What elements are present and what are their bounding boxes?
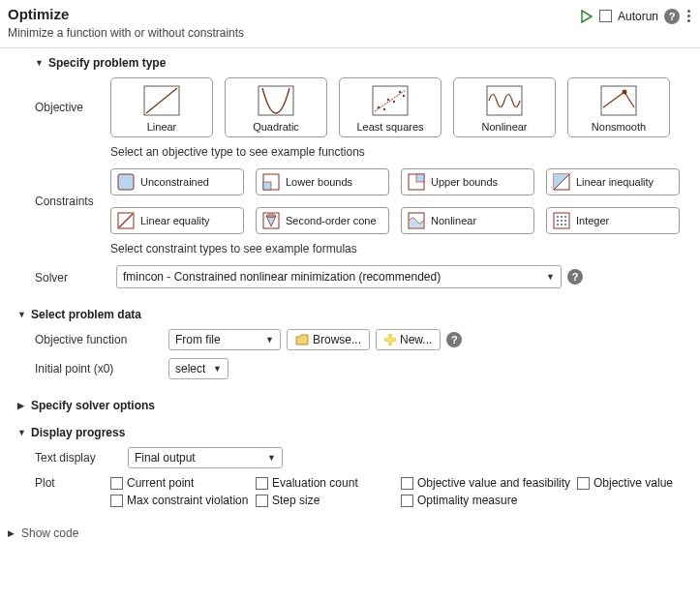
autorun-checkbox[interactable] bbox=[599, 10, 612, 22]
svg-line-14 bbox=[603, 92, 624, 107]
objective-label: Objective bbox=[35, 77, 110, 137]
plot-objective-value-checkbox[interactable] bbox=[577, 477, 590, 490]
svg-point-6 bbox=[383, 108, 385, 110]
plot-evaluation-count-checkbox[interactable] bbox=[256, 477, 268, 490]
section-problem-data[interactable]: ▼ Select problem data bbox=[17, 308, 692, 321]
solver-select[interactable]: fmincon - Constrained nonlinear minimiza… bbox=[116, 265, 562, 288]
constraint-lower-bounds[interactable]: Lower bounds bbox=[256, 168, 389, 195]
constraints-label: Constraints bbox=[35, 168, 110, 234]
svg-rect-12 bbox=[601, 86, 636, 115]
svg-point-8 bbox=[393, 101, 395, 103]
chevron-down-icon: ▼ bbox=[265, 335, 274, 345]
svg-point-38 bbox=[561, 224, 563, 225]
objective-card-least-squares[interactable]: Least squares bbox=[339, 77, 441, 137]
plot-current-point-checkbox[interactable] bbox=[110, 477, 123, 490]
svg-point-10 bbox=[403, 95, 405, 97]
plot-obj-feasibility-checkbox[interactable] bbox=[401, 477, 413, 490]
chevron-down-icon: ▼ bbox=[35, 58, 45, 68]
svg-point-7 bbox=[387, 99, 389, 101]
page-title: Optimize bbox=[8, 6, 580, 22]
svg-point-37 bbox=[557, 224, 559, 225]
text-display-select[interactable]: Final output ▼ bbox=[128, 447, 283, 468]
svg-marker-0 bbox=[582, 11, 592, 22]
chevron-down-icon: ▼ bbox=[546, 272, 555, 282]
objective-function-select[interactable]: From file ▼ bbox=[168, 329, 281, 350]
svg-point-34 bbox=[557, 220, 559, 222]
plus-icon bbox=[384, 334, 396, 345]
constraint-upper-bounds[interactable]: Upper bounds bbox=[401, 168, 534, 195]
chevron-down-icon: ▼ bbox=[17, 310, 27, 319]
x0-select[interactable]: select ▼ bbox=[168, 358, 228, 379]
autorun-label: Autorun bbox=[618, 10, 658, 23]
constraint-integer[interactable]: Integer bbox=[546, 207, 680, 234]
svg-rect-16 bbox=[118, 174, 134, 190]
svg-line-2 bbox=[146, 88, 177, 113]
solver-help-icon[interactable]: ? bbox=[567, 269, 583, 285]
solver-label: Solver bbox=[35, 269, 110, 285]
objective-function-label: Objective function bbox=[35, 333, 163, 346]
svg-point-32 bbox=[561, 216, 563, 218]
constraint-linear-inequality[interactable]: Linear inequality bbox=[546, 168, 680, 195]
new-button[interactable]: New... bbox=[376, 329, 441, 350]
chevron-right-icon: ▶ bbox=[17, 401, 27, 410]
section-solver-options[interactable]: ▶ Specify solver options bbox=[17, 399, 692, 412]
section-display-progress[interactable]: ▼ Display progress bbox=[17, 426, 692, 439]
section-title: Select problem data bbox=[31, 308, 141, 321]
text-display-label: Text display bbox=[35, 451, 122, 465]
page-subtitle: Minimize a function with or without cons… bbox=[8, 26, 580, 40]
svg-point-9 bbox=[399, 91, 401, 93]
browse-button[interactable]: Browse... bbox=[287, 329, 370, 350]
section-title: Display progress bbox=[31, 426, 125, 439]
svg-point-36 bbox=[564, 220, 566, 222]
constraints-hint: Select constraint types to see example f… bbox=[110, 242, 692, 255]
svg-line-25 bbox=[119, 214, 133, 227]
section-title: Show code bbox=[21, 526, 78, 540]
section-problem-type[interactable]: ▼ Specify problem type bbox=[35, 56, 692, 70]
svg-line-15 bbox=[624, 92, 634, 107]
constraint-unconstrained[interactable]: Unconstrained bbox=[110, 168, 244, 195]
run-icon[interactable] bbox=[580, 10, 593, 23]
svg-point-39 bbox=[564, 224, 566, 225]
constraint-nonlinear[interactable]: Nonlinear bbox=[401, 207, 534, 234]
chevron-right-icon: ▶ bbox=[8, 528, 17, 538]
section-title: Specify problem type bbox=[48, 56, 166, 70]
objective-card-nonlinear[interactable]: Nonlinear bbox=[453, 77, 556, 137]
objective-function-help-icon[interactable]: ? bbox=[446, 332, 462, 347]
constraint-linear-equality[interactable]: Linear equality bbox=[110, 207, 244, 234]
svg-rect-18 bbox=[263, 182, 271, 190]
section-show-code[interactable]: ▶ Show code bbox=[8, 526, 692, 540]
chevron-down-icon: ▼ bbox=[17, 428, 27, 437]
x0-label: Initial point (x0) bbox=[35, 362, 163, 375]
svg-point-35 bbox=[561, 220, 563, 222]
svg-point-5 bbox=[378, 106, 380, 108]
svg-point-33 bbox=[564, 216, 566, 218]
objective-card-linear[interactable]: Linear bbox=[110, 77, 213, 137]
svg-point-31 bbox=[557, 216, 559, 218]
plot-max-constraint-checkbox[interactable] bbox=[110, 495, 123, 507]
section-title: Specify solver options bbox=[31, 399, 155, 412]
constraint-second-order-cone[interactable]: Second-order cone bbox=[256, 207, 389, 234]
svg-rect-20 bbox=[416, 174, 424, 182]
help-icon[interactable]: ? bbox=[664, 9, 680, 24]
plot-label: Plot bbox=[35, 476, 110, 490]
plot-step-size-checkbox[interactable] bbox=[256, 495, 268, 507]
plot-optimality-checkbox[interactable] bbox=[401, 495, 413, 507]
objective-card-nonsmooth[interactable]: Nonsmooth bbox=[567, 77, 670, 137]
chevron-down-icon: ▼ bbox=[213, 364, 222, 374]
chevron-down-icon: ▼ bbox=[267, 453, 276, 463]
more-menu-icon[interactable] bbox=[685, 8, 692, 24]
objective-card-quadratic[interactable]: Quadratic bbox=[225, 77, 327, 137]
objective-hint: Select an objective type to see example … bbox=[110, 145, 692, 159]
folder-icon bbox=[295, 334, 309, 345]
